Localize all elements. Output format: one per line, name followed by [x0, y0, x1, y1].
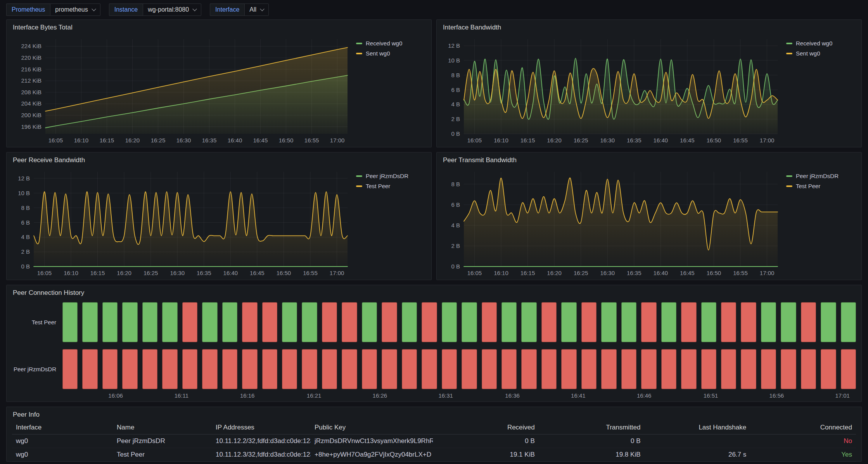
state-bar-disconnected[interactable]: [322, 349, 337, 389]
state-bar-disconnected[interactable]: [541, 302, 557, 342]
state-bar-connected[interactable]: [821, 302, 836, 342]
state-bar-disconnected[interactable]: [761, 349, 776, 389]
state-bar-connected[interactable]: [761, 302, 776, 342]
state-bar-disconnected[interactable]: [841, 349, 856, 389]
state-bar-disconnected[interactable]: [501, 349, 517, 389]
column-header-interface[interactable]: Interface: [12, 421, 113, 435]
state-bar-connected[interactable]: [442, 302, 457, 342]
state-bar-disconnected[interactable]: [262, 302, 277, 342]
state-bar-disconnected[interactable]: [721, 302, 736, 342]
panel-title[interactable]: Peer Connection History: [12, 288, 856, 299]
state-bar-disconnected[interactable]: [641, 302, 656, 342]
state-bar-disconnected[interactable]: [561, 349, 576, 389]
state-bar-disconnected[interactable]: [701, 349, 716, 389]
state-bar-connected[interactable]: [202, 302, 217, 342]
state-bar-disconnected[interactable]: [581, 302, 597, 342]
state-bar-disconnected[interactable]: [482, 349, 497, 389]
state-bar-connected[interactable]: [561, 302, 576, 342]
state-bar-disconnected[interactable]: [242, 302, 257, 342]
state-bar-disconnected[interactable]: [182, 302, 197, 342]
state-bar-disconnected[interactable]: [142, 349, 157, 389]
state-bar-disconnected[interactable]: [302, 349, 317, 389]
state-bar-disconnected[interactable]: [222, 349, 237, 389]
column-header-ip-addresses[interactable]: IP Addresses: [212, 421, 311, 435]
state-bar-connected[interactable]: [781, 302, 796, 342]
column-header-last-handshake[interactable]: Last Handshake: [645, 421, 750, 435]
state-bar-disconnected[interactable]: [821, 349, 836, 389]
interface-bytes-total-chart[interactable]: 16:0516:1016:1516:2016:2516:3016:3516:40…: [12, 34, 352, 145]
state-bar-disconnected[interactable]: [182, 349, 197, 389]
variable-dropdown-prometheus[interactable]: prometheus: [50, 3, 100, 16]
panel-title[interactable]: Peer Info: [12, 410, 856, 421]
column-header-connected[interactable]: Connected: [750, 421, 856, 435]
state-bar-connected[interactable]: [402, 302, 417, 342]
state-bar-disconnected[interactable]: [801, 302, 816, 342]
state-bar-disconnected[interactable]: [262, 349, 277, 389]
state-bar-disconnected[interactable]: [741, 302, 756, 342]
state-bar-disconnected[interactable]: [661, 349, 676, 389]
state-bar-disconnected[interactable]: [681, 302, 696, 342]
state-bar-disconnected[interactable]: [402, 349, 417, 389]
column-header-name[interactable]: Name: [113, 421, 212, 435]
state-bar-disconnected[interactable]: [621, 349, 636, 389]
state-bar-disconnected[interactable]: [362, 349, 377, 389]
state-bar-connected[interactable]: [841, 302, 856, 342]
state-bar-disconnected[interactable]: [422, 302, 437, 342]
legend-item-sent-wg0[interactable]: Sent wg0: [356, 50, 426, 57]
state-bar-connected[interactable]: [302, 302, 317, 342]
state-bar-disconnected[interactable]: [162, 349, 177, 389]
legend-item-received-wg0[interactable]: Received wg0: [786, 40, 856, 47]
legend-item-peer-jrzmdsdr[interactable]: Peer jRzmDsDR: [356, 173, 426, 179]
state-bar-connected[interactable]: [601, 302, 616, 342]
state-bar-disconnected[interactable]: [741, 349, 756, 389]
state-bar-disconnected[interactable]: [601, 349, 616, 389]
state-bar-connected[interactable]: [82, 302, 97, 342]
state-bar-disconnected[interactable]: [462, 349, 477, 389]
state-bar-connected[interactable]: [162, 302, 177, 342]
state-bar-disconnected[interactable]: [581, 349, 597, 389]
state-bar-connected[interactable]: [462, 302, 477, 342]
column-header-received[interactable]: Received: [433, 421, 539, 435]
state-bar-disconnected[interactable]: [442, 349, 457, 389]
legend-item-received-wg0[interactable]: Received wg0: [356, 40, 426, 47]
state-bar-connected[interactable]: [362, 302, 377, 342]
state-bar-disconnected[interactable]: [82, 349, 97, 389]
state-bar-disconnected[interactable]: [122, 349, 137, 389]
state-bar-disconnected[interactable]: [62, 349, 78, 389]
state-bar-disconnected[interactable]: [781, 349, 796, 389]
state-bar-connected[interactable]: [62, 302, 78, 342]
interface-bandwidth-chart[interactable]: 16:0516:1016:1516:2016:2516:3016:3516:40…: [442, 34, 782, 145]
state-bar-connected[interactable]: [282, 302, 297, 342]
state-bar-disconnected[interactable]: [721, 349, 736, 389]
panel-title[interactable]: Interface Bandwidth: [442, 23, 856, 34]
state-bar-connected[interactable]: [701, 302, 716, 342]
state-bar-connected[interactable]: [102, 302, 118, 342]
state-bar-disconnected[interactable]: [282, 349, 297, 389]
state-bar-connected[interactable]: [501, 302, 517, 342]
panel-title[interactable]: Peer Transmit Bandwidth: [442, 156, 856, 166]
state-bar-disconnected[interactable]: [202, 349, 217, 389]
column-header-transmitted[interactable]: Transmitted: [539, 421, 645, 435]
state-bar-connected[interactable]: [122, 302, 137, 342]
legend-item-test-peer[interactable]: Test Peer: [786, 183, 856, 189]
state-bar-disconnected[interactable]: [382, 302, 397, 342]
legend-item-sent-wg0[interactable]: Sent wg0: [786, 50, 856, 57]
state-bar-disconnected[interactable]: [641, 349, 656, 389]
state-bar-disconnected[interactable]: [521, 349, 536, 389]
variable-dropdown-interface[interactable]: All: [244, 3, 269, 16]
peer-receive-bandwidth-chart[interactable]: 16:0516:1016:1516:2016:2516:3016:3516:40…: [12, 166, 352, 278]
panel-title[interactable]: Interface Bytes Total: [12, 23, 426, 34]
state-bar-connected[interactable]: [621, 302, 636, 342]
state-bar-disconnected[interactable]: [422, 349, 437, 389]
peer-connection-history-timeline[interactable]: Test PeerPeer jRzmDsDR 16:0616:1116:1616…: [12, 299, 856, 400]
state-bar-disconnected[interactable]: [681, 349, 696, 389]
state-bar-disconnected[interactable]: [482, 302, 497, 342]
state-bar-disconnected[interactable]: [342, 349, 357, 389]
legend-item-test-peer[interactable]: Test Peer: [356, 183, 426, 189]
state-bar-connected[interactable]: [222, 302, 237, 342]
state-bar-disconnected[interactable]: [801, 349, 816, 389]
state-bar-disconnected[interactable]: [342, 302, 357, 342]
state-bar-disconnected[interactable]: [322, 302, 337, 342]
state-bar-disconnected[interactable]: [242, 349, 257, 389]
variable-dropdown-instance[interactable]: wg-portal:8080: [143, 3, 201, 16]
